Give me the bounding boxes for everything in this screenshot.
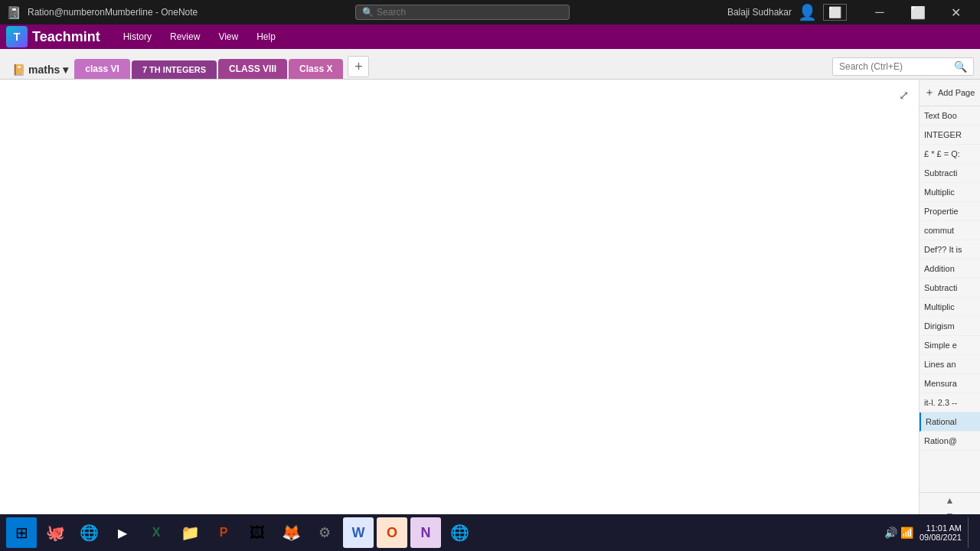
date-display: 09/08/2021 [920,533,962,542]
page-item[interactable]: Subtracti [920,164,980,183]
maximize-btn[interactable]: ⬜ [900,0,936,24]
close-btn[interactable]: ✕ [939,0,974,24]
taskbar-media[interactable]: ▶ [107,517,138,548]
app-icon: 📓 [6,5,21,20]
notebook-dropdown-icon: ▾ [63,64,68,76]
page-item[interactable]: Propertie [920,202,980,221]
tab-class-viii[interactable]: CLASS VIII [218,59,287,79]
user-name: Balaji Sudhakar [727,7,792,18]
page-item[interactable]: Multiplic [920,298,980,317]
tab-class-vi[interactable]: class VI [74,59,130,79]
teachmint-logo: T Teachmint [6,26,100,47]
scroll-up-btn[interactable]: ▲ [920,493,980,508]
page-item[interactable]: Multiplic [920,183,980,202]
title-bar-title: Ration@numberonMumberline - OneNote [28,7,198,18]
layout-btn[interactable]: ⬜ [823,4,847,21]
windows-icon: ⊞ [15,523,28,542]
logo-icon: T [6,26,28,47]
pages-panel: ＋ Add Page Text Boo INTEGER £ * £ = Q: S… [919,80,980,523]
user-avatar: 👤 [798,3,817,21]
taskbar-photo[interactable]: 🖼 [242,517,273,548]
expand-icon[interactable]: ⤢ [894,86,913,104]
taskbar-onenote[interactable]: N [410,517,441,548]
minimize-btn[interactable]: ─ [862,0,897,24]
page-item[interactable]: Def?? It is [920,240,980,259]
logo-text: Teachmint [32,29,100,45]
taskbar-github[interactable]: 🐙 [40,517,70,548]
page-item[interactable]: Dirigism [920,317,980,336]
add-page-label: Add Page [938,88,975,97]
pages-list: Text Boo INTEGER £ * £ = Q: Subtracti Mu… [920,106,980,492]
show-desktop-btn[interactable] [968,517,974,548]
title-bar-search-box[interactable]: 🔍 [355,5,570,20]
add-tab-btn[interactable]: + [348,56,369,77]
page-item[interactable]: Addition [920,259,980,279]
tab-7th-integers[interactable]: 7 TH INTEGERS [132,60,217,79]
window-controls: ─ ⬜ ✕ [862,0,974,24]
title-bar-left: 📓 Ration@numberonMumberline - OneNote [6,5,198,20]
taskbar-excel[interactable]: X [141,517,172,548]
menu-view[interactable]: View [211,28,246,45]
page-item[interactable]: Lines an [920,355,980,374]
page-item[interactable]: Subtracti [920,279,980,298]
page-item-rational[interactable]: Rational [920,412,980,432]
notebook-title[interactable]: 📔 maths ▾ [6,60,74,79]
taskbar-clock: 11:01 AM 09/08/2021 [920,523,962,542]
tab-class-x[interactable]: Class X [289,59,343,79]
search-icon: 🔍 [362,7,374,18]
system-icons: 🔊 📶 [884,527,913,539]
page-item[interactable]: Simple e [920,336,980,355]
title-bar: 📓 Ration@numberonMumberline - OneNote 🔍 … [0,0,980,24]
start-button[interactable]: ⊞ [6,517,37,548]
page-item[interactable]: Mensura [920,374,980,393]
taskbar-chrome2[interactable]: 🌐 [444,517,475,548]
page-item[interactable]: it-l. 2.3 -- [920,393,980,412]
search-icon: 🔍 [954,60,967,73]
add-page-icon: ＋ [924,86,935,99]
taskbar-right: 🔊 📶 11:01 AM 09/08/2021 [884,517,974,548]
taskbar-chrome[interactable]: 🌐 [74,517,104,548]
menu-history[interactable]: History [116,28,159,45]
page-item[interactable]: INTEGER [920,126,980,145]
page-canvas: ⤢ [0,80,919,523]
page-item[interactable]: Ration@ [920,432,980,451]
menu-review[interactable]: Review [162,28,207,45]
taskbar-office[interactable]: O [377,517,407,548]
taskbar-powerpoint[interactable]: P [208,517,239,548]
notebook-icon: 📔 [12,64,25,76]
title-bar-right: Balaji Sudhakar 👤 ⬜ ─ ⬜ ✕ [727,0,974,24]
page-item[interactable]: £ * £ = Q: [920,145,980,164]
page-item[interactable]: Text Boo [920,106,980,126]
time-display: 11:01 AM [920,523,962,533]
ribbon-bar: T Teachmint History Review View Help [0,24,980,49]
main-area: ⤢ ＋ Add Page Text Boo INTEGER £ * £ = Q:… [0,80,980,523]
notebook-name: maths [28,64,60,76]
page-search-box[interactable]: 🔍 [832,57,974,76]
add-page-btn[interactable]: ＋ Add Page [920,80,980,106]
page-search-input[interactable] [839,61,954,72]
menu-help[interactable]: Help [249,28,283,45]
taskbar-settings[interactable]: ⚙ [309,517,340,548]
page-item[interactable]: commut [920,221,980,240]
taskbar-firefox[interactable]: 🦊 [276,517,306,548]
tabs-bar: 📔 maths ▾ class VI 7 TH INTEGERS CLASS V… [0,49,980,80]
taskbar: ⊞ 🐙 🌐 ▶ X 📁 P 🖼 🦊 ⚙ W O N 🌐 🔊 📶 11:01 AM… [0,514,980,551]
taskbar-files[interactable]: 📁 [175,517,205,548]
title-search-input[interactable] [377,7,560,18]
taskbar-word[interactable]: W [343,517,374,548]
